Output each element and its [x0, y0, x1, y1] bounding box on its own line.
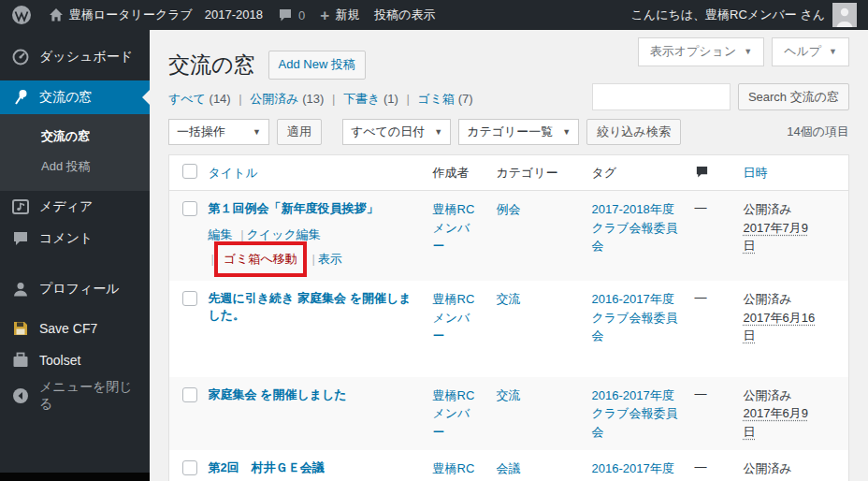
column-header-category: カテゴリー [489, 155, 585, 191]
author-link[interactable]: 豊橋RCメンバー [433, 461, 475, 481]
apply-button[interactable]: 適用 [277, 119, 322, 145]
menu-separator [0, 255, 150, 273]
table-row: 家庭集会 を開催しました 豊橋RCメンバー 交流 2016-2017年度 クラブ… [169, 377, 849, 451]
category-link[interactable]: 交流 [497, 388, 521, 402]
chevron-down-icon: ▼ [253, 127, 261, 137]
row-checkbox[interactable] [182, 387, 197, 402]
search-input[interactable] [592, 83, 731, 110]
edit-link[interactable]: 編集 [209, 227, 233, 241]
admin-bar-comments[interactable]: 0 [278, 7, 305, 22]
category-link[interactable]: 会議 [497, 461, 521, 475]
bulk-action-select[interactable]: 一括操作 ▼ [168, 119, 269, 145]
search-button[interactable]: Search 交流の窓 [738, 83, 849, 110]
post-date: 2017年7月9日 [744, 221, 808, 254]
column-header-tags: タグ [585, 155, 687, 191]
home-icon [49, 7, 64, 22]
column-header-title[interactable]: タイトル [201, 155, 426, 191]
comment-bubble-icon [695, 165, 709, 179]
collapse-menu-button[interactable]: メニューを閉じる [0, 380, 150, 412]
sidebar-item-media[interactable]: メディア [0, 191, 150, 223]
comment-count: 0 [298, 8, 305, 22]
chevron-down-icon: ▼ [562, 127, 571, 137]
briefcase-icon [11, 351, 30, 370]
post-status: 公開済み [744, 386, 817, 405]
category-filter-select[interactable]: カテゴリー一覧 ▼ [458, 119, 579, 145]
row-actions: 編集 |クイック編集 |ゴミ箱へ移動 |表示 [209, 223, 418, 271]
new-post-button[interactable]: + 新規 [320, 7, 359, 23]
sidebar-item-kouryu-no-mado[interactable]: 交流の窓 [0, 80, 150, 114]
post-title-link[interactable]: 第１回例会「新年度役員挨拶」 [209, 201, 379, 215]
category-link[interactable]: 交流 [497, 292, 521, 306]
page-title: 交流の窓 [168, 52, 255, 79]
collapse-arrow-icon [11, 386, 30, 405]
pin-icon [11, 88, 30, 107]
post-date: 2017年6月16日 [744, 311, 816, 343]
tag-link[interactable]: 2017-2018年度 クラブ会報委員会 [592, 202, 678, 253]
chevron-down-icon: ▼ [744, 47, 752, 56]
floppy-disk-icon [11, 319, 30, 338]
column-header-date[interactable]: 日時 [736, 155, 849, 191]
submenu-item-add-post[interactable]: Add 投稿 [0, 152, 150, 182]
post-date: 2017年6月9日 [744, 406, 808, 439]
dashboard-icon [11, 48, 30, 66]
author-link[interactable]: 豊橋RCメンバー [433, 202, 475, 253]
tag-link[interactable]: 2016-2017年度 クラブ会報委員会 [592, 388, 678, 439]
sidebar-item-toolset[interactable]: Toolset [0, 344, 150, 376]
row-checkbox[interactable] [182, 201, 197, 216]
admin-sidebar: ダッシュボード 交流の窓 交流の窓 Add 投稿 メディア コメント プロフィー… [0, 30, 150, 481]
submenu-item-kouryu-list[interactable]: 交流の窓 [0, 122, 150, 152]
post-status: 公開済み [744, 459, 817, 478]
quick-edit-link[interactable]: クイック編集 [247, 227, 321, 241]
comment-count-dash: — [695, 200, 707, 214]
filter-trash[interactable]: ゴミ箱 [417, 92, 455, 106]
site-home-link[interactable]: 豊橋ロータリークラブ 2017-2018 [49, 7, 263, 23]
add-new-post-button[interactable]: Add New 投稿 [268, 51, 366, 80]
comments-icon [11, 229, 30, 248]
author-link[interactable]: 豊橋RCメンバー [433, 388, 475, 439]
column-header-author: 作成者 [426, 155, 489, 191]
row-checkbox[interactable] [182, 291, 197, 306]
comment-bubble-icon [278, 7, 293, 22]
filter-all[interactable]: すべて [168, 92, 206, 106]
move-to-trash-link[interactable]: ゴミ箱へ移動 [224, 252, 297, 266]
category-link[interactable]: 例会 [497, 202, 521, 216]
row-checkbox[interactable] [182, 460, 197, 475]
wordpress-logo-icon[interactable] [11, 5, 32, 25]
post-title-link[interactable]: 第2回 村井ＧＥ会議 [209, 460, 325, 474]
avatar[interactable] [832, 3, 857, 27]
admin-bar: 豊橋ロータリークラブ 2017-2018 0 + 新規 投稿の表示 こんにちは、… [0, 0, 868, 30]
tag-link[interactable]: 2016-2017年度 クラブ会報委員会 [592, 292, 678, 343]
sidebar-item-dashboard[interactable]: ダッシュボード [0, 41, 150, 73]
plus-icon: + [320, 7, 329, 23]
chevron-down-icon: ▼ [829, 47, 837, 56]
comment-count-dash: — [695, 386, 707, 401]
user-account-menu[interactable]: こんにちは、豊橋RCメンバー さん [631, 7, 825, 23]
table-row: 第１回例会「新年度役員挨拶」 編集 |クイック編集 |ゴミ箱へ移動 |表示 豊橋… [169, 191, 849, 282]
posts-table: タイトル 作成者 カテゴリー タグ 日時 第１回例会「新年度役員挨拶」 編集 |… [168, 154, 849, 481]
view-posts-link[interactable]: 投稿の表示 [374, 7, 435, 23]
post-title-link[interactable]: 先週に引き続き 家庭集会 を開催しました。 [209, 291, 412, 322]
screen-options-button[interactable]: 表示オプション ▼ [638, 37, 764, 66]
date-filter-select[interactable]: すべての日付 ▼ [342, 119, 451, 145]
column-header-comments [687, 155, 736, 191]
filter-published[interactable]: 公開済み [250, 92, 298, 106]
site-name: 豊橋ロータリークラブ 2017-2018 [69, 7, 263, 23]
help-button[interactable]: ヘルプ ▼ [772, 37, 849, 66]
menu-separator [0, 305, 150, 313]
tag-link[interactable]: 2016-2017年度 クラブ会報委員会 [592, 461, 678, 481]
comment-count-dash: — [695, 290, 707, 304]
post-title-link[interactable]: 家庭集会 を開催しました [209, 387, 347, 401]
filter-draft[interactable]: 下書き [343, 92, 380, 106]
filter-button[interactable]: 絞り込み検索 [586, 119, 681, 145]
annotation-box: ゴミ箱へ移動 [214, 241, 307, 277]
table-toolbar: 一括操作 ▼ 適用 すべての日付 ▼ カテゴリー一覧 ▼ 絞り込み検索 14個の… [168, 119, 849, 145]
main-content: 表示オプション ▼ ヘルプ ▼ 交流の窓 Add New 投稿 Search 交… [150, 30, 868, 481]
comment-count-dash: — [695, 459, 707, 474]
select-all-checkbox[interactable] [182, 164, 197, 179]
user-icon [11, 280, 30, 299]
view-link[interactable]: 表示 [318, 252, 342, 266]
author-link[interactable]: 豊橋RCメンバー [433, 292, 475, 343]
sidebar-item-comments[interactable]: コメント [0, 223, 150, 255]
sidebar-item-save-cf7[interactable]: Save CF7 [0, 313, 150, 344]
sidebar-item-profile[interactable]: プロフィール [0, 273, 150, 305]
